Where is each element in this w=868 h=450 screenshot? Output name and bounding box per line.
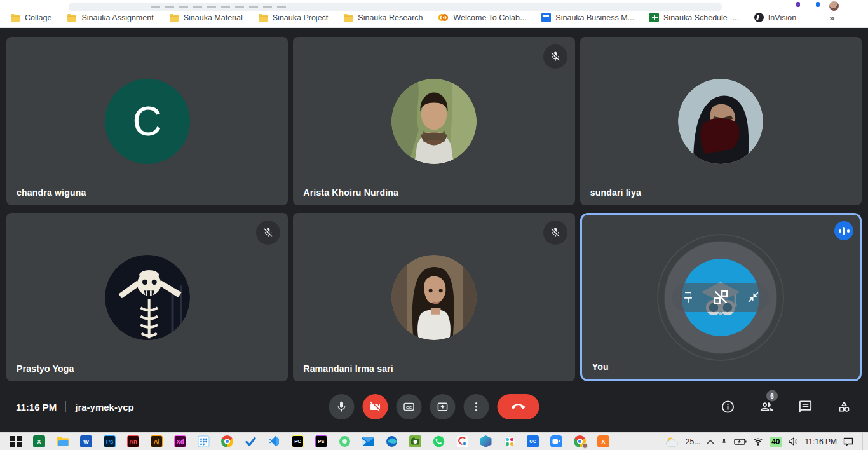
bookmark-collage[interactable]: Collage — [10, 13, 51, 22]
activities-button[interactable] — [837, 400, 851, 414]
weather-icon[interactable] — [665, 437, 679, 447]
info-icon — [721, 400, 735, 414]
url-text-remnant — [151, 6, 291, 8]
taskbar-oc-app[interactable]: oc — [521, 433, 545, 450]
bookmark-sinauka-research[interactable]: Sinauka Research — [343, 13, 423, 22]
present-button[interactable] — [430, 394, 456, 419]
bookmark-sinauka-schedule[interactable]: Sinauka Schedule -... — [649, 13, 739, 22]
chat-button[interactable] — [798, 400, 813, 414]
address-bar[interactable] — [69, 3, 722, 11]
taskbar-chrome[interactable] — [215, 433, 239, 450]
hexagon-icon — [480, 435, 492, 447]
taskbar-pinwheel-app[interactable] — [498, 433, 521, 450]
participant-tile-arista[interactable]: Arista Khoiru Nurdina — [293, 37, 574, 205]
camera-off-button[interactable] — [363, 394, 388, 419]
tray-battery-icon[interactable] — [734, 438, 747, 446]
svg-text:CC: CC — [406, 405, 412, 409]
tray-expand-chevron-icon[interactable] — [707, 439, 714, 444]
browser-toolbar-strip — [0, 0, 868, 8]
participant-tile-you[interactable]: You — [580, 213, 862, 381]
more-options-button[interactable] — [464, 394, 489, 419]
start-button[interactable] — [4, 433, 27, 450]
bookmark-sinauka-project[interactable]: Sinauka Project — [258, 13, 329, 22]
activities-icon — [837, 400, 851, 414]
extension-icon[interactable] — [796, 2, 800, 7]
vscode-icon — [268, 435, 280, 447]
folder-icon — [67, 13, 77, 22]
whatsapp-icon — [433, 435, 445, 447]
file-explorer-icon — [57, 436, 69, 447]
tray-volume-icon[interactable] — [789, 437, 799, 446]
taskbar-xampp[interactable]: X — [592, 433, 615, 450]
bookmark-invision[interactable]: InVision — [754, 13, 796, 22]
captions-button[interactable]: CC — [397, 394, 422, 419]
minimize-tile-button[interactable] — [747, 291, 759, 303]
bookmark-sinauka-assignment[interactable]: Sinauka Assignment — [67, 13, 153, 22]
taskbar-photoshop[interactable]: Ps — [98, 433, 121, 450]
taskbar-whatsapp[interactable] — [427, 433, 451, 450]
leave-call-button[interactable] — [498, 394, 539, 419]
taskbar-chrome-profile[interactable] — [568, 433, 592, 450]
taskbar-hexagon-app[interactable] — [474, 433, 498, 450]
bookmark-label: Sinauka Material — [184, 13, 243, 22]
bookmarks-overflow-chevron-icon[interactable]: » — [827, 12, 837, 23]
taskbar-calendar[interactable] — [192, 433, 215, 450]
bookmark-sinauka-business[interactable]: Sinauka Business M... — [541, 13, 634, 22]
bookmark-welcome-colab[interactable]: Welcome To Colab... — [438, 13, 526, 22]
taskbar-corel[interactable] — [451, 433, 474, 450]
taskbar-mail[interactable] — [356, 433, 380, 450]
participant-count-badge: 6 — [766, 390, 778, 402]
taskbar-vscode[interactable] — [262, 433, 286, 450]
excel-icon: X — [33, 435, 45, 447]
pin-tile-button[interactable] — [682, 291, 695, 304]
participant-tile-ramandani[interactable]: Ramandani Irma sari — [293, 213, 574, 381]
taskbar-pycharm[interactable]: PC — [286, 433, 309, 450]
windows-logo-icon — [10, 436, 22, 447]
participant-tile-prastyo[interactable]: Prastyo Yoga — [6, 213, 288, 381]
action-center-icon[interactable] — [843, 437, 853, 446]
chat-icon — [798, 400, 813, 414]
battery-percent-badge[interactable]: 40 — [770, 437, 782, 447]
participant-name: Arista Khoiru Nurdina — [303, 188, 398, 198]
chrome-icon — [221, 435, 233, 447]
word-icon: W — [80, 435, 92, 447]
taskbar-excel[interactable]: X — [27, 433, 51, 450]
avatar-wrap — [293, 213, 574, 381]
corel-icon — [456, 435, 468, 447]
profile-badge — [582, 443, 588, 449]
taskbar-check-app[interactable] — [239, 433, 262, 450]
taskbar-video-app[interactable] — [545, 433, 568, 450]
browser-profile-avatar[interactable] — [829, 1, 839, 11]
tray-microphone-icon[interactable] — [721, 437, 728, 446]
bookmark-sinauka-material[interactable]: Sinauka Material — [169, 13, 243, 22]
invision-icon — [754, 13, 764, 22]
participant-tile-chandra[interactable]: C chandra wiguna — [6, 37, 288, 205]
taskbar-word[interactable]: W — [74, 433, 98, 450]
edge-icon — [386, 435, 398, 447]
taskbar-camera-app[interactable] — [403, 433, 427, 450]
more-vert-icon — [470, 400, 483, 413]
taskbar-animate[interactable]: An — [121, 433, 145, 450]
taskbar-edge[interactable] — [380, 433, 403, 450]
weather-temperature[interactable]: 25... — [686, 437, 700, 446]
participant-name: chandra wiguna — [17, 188, 86, 198]
avatar-wrap — [580, 37, 862, 205]
taskbar-phpstorm[interactable]: PS — [309, 433, 333, 450]
camera-icon — [409, 435, 421, 447]
taskbar-android-app[interactable] — [333, 433, 356, 450]
extension-icon[interactable] — [816, 2, 820, 7]
system-tray: 25... 40 11:16 PM — [665, 433, 868, 450]
taskbar-file-explorer[interactable] — [51, 433, 74, 450]
tray-wifi-icon[interactable] — [753, 437, 763, 446]
taskbar-illustrator[interactable]: Ai — [145, 433, 168, 450]
microphone-button[interactable] — [329, 394, 355, 419]
taskbar-xd[interactable]: Xd — [168, 433, 192, 450]
participant-tile-sundari[interactable]: sundari liya — [580, 37, 862, 205]
bookmark-label: InVision — [768, 13, 796, 22]
participants-button[interactable]: 6 — [759, 400, 774, 414]
remove-tile-button[interactable] — [712, 289, 729, 306]
show-desktop-button[interactable] — [862, 433, 865, 450]
phpstorm-icon: PS — [315, 435, 327, 447]
tray-clock[interactable]: 11:16 PM — [805, 437, 837, 446]
meeting-details-button[interactable] — [721, 400, 735, 414]
